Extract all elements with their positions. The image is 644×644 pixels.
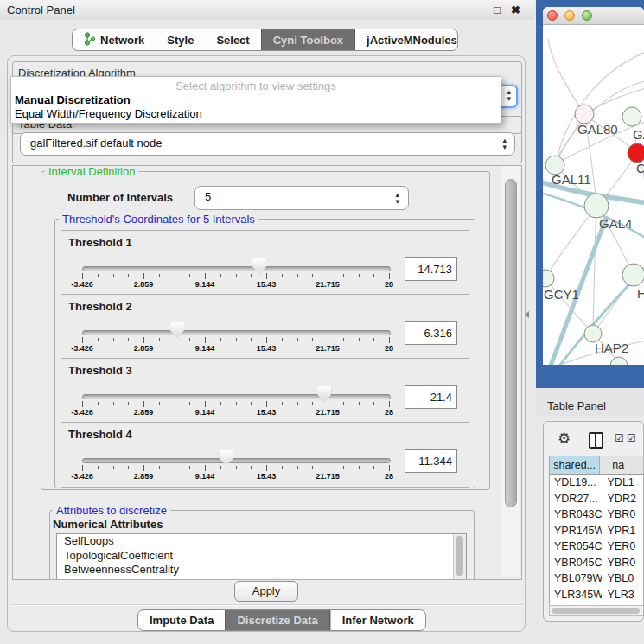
- gear-icon[interactable]: ⚙: [558, 430, 571, 448]
- numerical-attributes-label: Numerical Attributes: [53, 518, 163, 531]
- scrollbar-thumb[interactable]: [505, 179, 517, 507]
- network-node[interactable]: [622, 264, 644, 286]
- tab-impute-data-label: Impute Data: [150, 614, 214, 627]
- combo-stepper-icon: ▴▾: [507, 88, 511, 102]
- control-panel-titlebar: Control Panel □ ✖: [0, 0, 534, 20]
- popup-option-manual-discretization[interactable]: Manual Discretization: [15, 93, 131, 106]
- slider-ticks: [82, 337, 390, 344]
- node-attribute-table: shared... na YDL19...YDL1YDR27...YDR2YBR…: [549, 456, 644, 606]
- slider-tick-labels: -3.4262.8599.14415.4321.71528: [82, 472, 390, 481]
- close-traffic-light-icon[interactable]: [547, 10, 558, 21]
- table-panel-titlebar: Table Panel: [536, 388, 644, 416]
- column-layout-icon[interactable]: [589, 432, 603, 449]
- table-row[interactable]: YBR043CYBR0: [550, 507, 644, 523]
- network-edge[interactable]: [548, 39, 584, 114]
- threshold-3-slider-track[interactable]: [82, 394, 391, 399]
- threshold-1-label: Threshold 1: [68, 236, 132, 249]
- scrollbar-thumb[interactable]: [456, 536, 463, 576]
- attributes-box: Attributes to discretize Numerical Attri…: [49, 510, 475, 580]
- table-data-combobox[interactable]: galFiltered.sif default node ▴▾: [20, 132, 515, 156]
- table-row[interactable]: YBL079WYBL0: [550, 571, 644, 587]
- interval-definition-box: Interval Definition Number of Intervals …: [41, 171, 490, 490]
- table-data-combobox-value: galFiltered.sif default node: [30, 137, 162, 150]
- threshold-4-value-field[interactable]: 11.344: [405, 449, 457, 473]
- app-root: Control Panel □ ✖ Network Style Select: [0, 0, 644, 644]
- network-node[interactable]: [584, 194, 609, 218]
- network-node[interactable]: [628, 143, 644, 163]
- table-row[interactable]: YBR045CYBR0: [550, 555, 644, 571]
- table-header-row: shared... na: [550, 456, 644, 475]
- tab-discretize-data[interactable]: Discretize Data: [225, 610, 329, 630]
- attribute-item[interactable]: TopologicalCoefficient: [57, 549, 466, 564]
- number-of-intervals-value: 5: [205, 190, 211, 203]
- zoom-traffic-light-icon[interactable]: [582, 10, 592, 21]
- network-node-label: C: [636, 161, 644, 175]
- network-node-label: GAL4: [599, 216, 632, 231]
- apply-button[interactable]: Apply: [234, 581, 298, 602]
- attribute-item[interactable]: SelfLoops: [57, 534, 466, 549]
- table-horizontal-scrollbar[interactable]: [549, 605, 644, 616]
- slider-tick-labels: -3.4262.8599.14415.4321.71528: [82, 280, 390, 290]
- pane-vertical-scrollbar[interactable]: [501, 166, 520, 577]
- threshold-2-value-field[interactable]: 6.316: [405, 321, 457, 345]
- tab-infer-network-label: Infer Network: [342, 614, 414, 627]
- tab-jactivemnodules[interactable]: jActiveMNodules: [355, 29, 458, 50]
- slider-ticks: [82, 273, 390, 280]
- table-row[interactable]: YDR27...YDR2: [550, 491, 644, 507]
- number-of-intervals-combobox[interactable]: 5 ▴▾: [194, 186, 409, 210]
- threshold-1-value-field[interactable]: 14.713: [405, 257, 457, 281]
- tab-network[interactable]: Network: [73, 29, 156, 50]
- network-node[interactable]: [543, 270, 554, 287]
- network-canvas[interactable]: GAL80GACGAL11GAL4GCY1HHAP2: [543, 25, 644, 365]
- network-node[interactable]: [622, 107, 641, 126]
- network-edge[interactable]: [593, 206, 596, 334]
- network-node[interactable]: [610, 357, 628, 365]
- slider-ticks: [82, 401, 390, 408]
- popup-option-equal-width-frequency[interactable]: Equal Width/Frequency Discretization: [15, 107, 202, 120]
- interval-definition-legend: Interval Definition: [45, 165, 138, 178]
- threshold-row-1: Threshold 1 -3.4262.8599.14415.4321.7152…: [61, 230, 469, 296]
- table-panel-title: Table Panel: [547, 399, 606, 412]
- minimize-traffic-light-icon[interactable]: [564, 10, 575, 21]
- tab-style[interactable]: Style: [156, 29, 205, 50]
- threshold-1-slider-thumb[interactable]: [252, 258, 266, 274]
- threshold-3-value-field[interactable]: 21.4: [405, 385, 457, 409]
- network-window-titlebar[interactable]: [543, 7, 644, 25]
- threshold-4-slider-thumb[interactable]: [220, 450, 233, 466]
- numerical-attributes-list[interactable]: SelfLoopsTopologicalCoefficientBetweenne…: [56, 533, 467, 580]
- threshold-4-slider-track[interactable]: [82, 458, 391, 463]
- control-panel-tabbar: Network Style Select Cyni Toolbox jActiv…: [72, 29, 458, 51]
- slider-tick-labels: -3.4262.8599.14415.4321.71528: [82, 408, 390, 418]
- scrollbar-thumb[interactable]: [552, 608, 640, 614]
- network-node-label: H: [637, 286, 644, 301]
- table-row[interactable]: YLR345WYLR3: [550, 587, 644, 603]
- tab-cyni-toolbox[interactable]: Cyni Toolbox: [261, 29, 355, 50]
- network-node-label: GCY1: [544, 287, 579, 302]
- table-row[interactable]: YDL19...YDL1: [550, 475, 644, 491]
- threshold-2-slider-track[interactable]: [82, 330, 391, 335]
- checkbox-icon[interactable]: ☑: [627, 432, 636, 444]
- network-icon: [84, 32, 95, 48]
- table-panel-window: ⚙ ☑ ☑ shared... na YDL19...YDL1YDR27...Y…: [543, 421, 644, 622]
- tab-infer-network[interactable]: Infer Network: [331, 610, 425, 630]
- tab-select[interactable]: Select: [205, 29, 260, 50]
- threshold-2-slider-thumb[interactable]: [170, 322, 184, 338]
- threshold-1-slider-track[interactable]: [82, 266, 391, 271]
- threshold-3-slider-thumb[interactable]: [317, 386, 331, 402]
- tab-network-label: Network: [100, 34, 144, 47]
- table-row[interactable]: YPR145WYPR1: [550, 523, 644, 539]
- network-node[interactable]: [584, 325, 602, 342]
- splitter-collapse-arrow[interactable]: [525, 311, 529, 318]
- threshold-row-2: Threshold 2 -3.4262.8599.14415.4321.7152…: [61, 294, 469, 360]
- column-header-shared-name[interactable]: shared...: [550, 456, 600, 474]
- table-row[interactable]: YER054CYER0: [550, 539, 644, 555]
- close-window-icon[interactable]: ✖: [511, 3, 520, 16]
- attribute-item[interactable]: BetweennessCentrality: [57, 563, 466, 577]
- tab-impute-data[interactable]: Impute Data: [138, 610, 225, 630]
- checkbox-icon[interactable]: ☑: [615, 432, 624, 444]
- attributes-list-scrollbar[interactable]: [453, 534, 466, 580]
- tab-style-label: Style: [167, 34, 194, 47]
- network-node[interactable]: [575, 105, 594, 124]
- float-window-icon[interactable]: □: [494, 3, 501, 16]
- column-header-name[interactable]: na: [600, 456, 644, 474]
